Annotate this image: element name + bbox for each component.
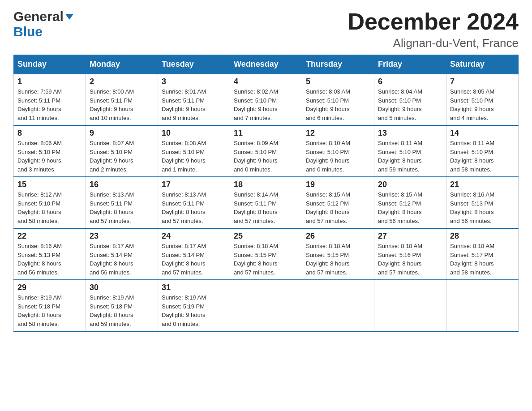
calendar-header-wednesday: Wednesday — [230, 55, 302, 74]
day-number: 20 — [378, 180, 442, 189]
calendar-week-row: 22 Sunrise: 8:16 AMSunset: 5:13 PMDaylig… — [14, 228, 519, 280]
title-area: December 2024 Alignan-du-Vent, France — [348, 9, 519, 50]
day-number: 25 — [234, 231, 298, 241]
day-info: Sunrise: 8:03 AMSunset: 5:10 PMDaylight:… — [306, 87, 370, 122]
day-number: 29 — [17, 283, 82, 292]
calendar-cell: 19 Sunrise: 8:15 AMSunset: 5:12 PMDaylig… — [302, 177, 374, 228]
calendar-cell: 14 Sunrise: 8:11 AMSunset: 5:10 PMDaylig… — [446, 125, 519, 177]
day-info: Sunrise: 8:07 AMSunset: 5:10 PMDaylight:… — [90, 139, 154, 174]
calendar-cell: 24 Sunrise: 8:17 AMSunset: 5:14 PMDaylig… — [158, 228, 230, 280]
calendar-cell — [230, 280, 302, 331]
day-number: 17 — [162, 180, 226, 189]
page-header: General Blue December 2024 Alignan-du-Ve… — [13, 9, 519, 50]
calendar-cell — [374, 280, 446, 331]
calendar-cell: 28 Sunrise: 8:18 AMSunset: 5:17 PMDaylig… — [446, 228, 519, 280]
calendar-cell — [446, 280, 519, 331]
calendar-cell: 12 Sunrise: 8:10 AMSunset: 5:10 PMDaylig… — [302, 125, 374, 177]
calendar-week-row: 8 Sunrise: 8:06 AMSunset: 5:10 PMDayligh… — [14, 125, 519, 177]
calendar-cell: 21 Sunrise: 8:16 AMSunset: 5:13 PMDaylig… — [446, 177, 519, 228]
day-info: Sunrise: 8:12 AMSunset: 5:10 PMDaylight:… — [17, 190, 82, 225]
day-info: Sunrise: 8:06 AMSunset: 5:10 PMDaylight:… — [17, 139, 82, 174]
day-info: Sunrise: 8:00 AMSunset: 5:11 PMDaylight:… — [90, 87, 154, 122]
day-info: Sunrise: 8:01 AMSunset: 5:11 PMDaylight:… — [162, 87, 226, 122]
calendar-header-tuesday: Tuesday — [158, 55, 230, 74]
day-info: Sunrise: 8:18 AMSunset: 5:15 PMDaylight:… — [306, 242, 370, 277]
day-info: Sunrise: 8:02 AMSunset: 5:10 PMDaylight:… — [234, 87, 298, 122]
day-info: Sunrise: 8:11 AMSunset: 5:10 PMDaylight:… — [450, 139, 515, 174]
calendar-cell: 3 Sunrise: 8:01 AMSunset: 5:11 PMDayligh… — [158, 74, 230, 125]
calendar-cell: 5 Sunrise: 8:03 AMSunset: 5:10 PMDayligh… — [302, 74, 374, 125]
calendar-cell: 31 Sunrise: 8:19 AMSunset: 5:19 PMDaylig… — [158, 280, 230, 331]
day-number: 22 — [17, 231, 82, 241]
calendar-cell: 11 Sunrise: 8:09 AMSunset: 5:10 PMDaylig… — [230, 125, 302, 177]
calendar-cell: 22 Sunrise: 8:16 AMSunset: 5:13 PMDaylig… — [14, 228, 86, 280]
logo-blue-text: Blue — [13, 24, 43, 39]
day-number: 7 — [450, 77, 515, 86]
day-info: Sunrise: 8:17 AMSunset: 5:14 PMDaylight:… — [162, 242, 226, 277]
calendar-cell: 15 Sunrise: 8:12 AMSunset: 5:10 PMDaylig… — [14, 177, 86, 228]
day-number: 5 — [306, 77, 370, 86]
location-title: Alignan-du-Vent, France — [348, 36, 519, 50]
calendar-cell: 25 Sunrise: 8:18 AMSunset: 5:15 PMDaylig… — [230, 228, 302, 280]
day-number: 27 — [378, 231, 442, 241]
calendar-cell: 8 Sunrise: 8:06 AMSunset: 5:10 PMDayligh… — [14, 125, 86, 177]
logo-general-text: General — [13, 9, 64, 24]
day-info: Sunrise: 8:11 AMSunset: 5:10 PMDaylight:… — [378, 139, 442, 174]
day-number: 10 — [162, 128, 226, 138]
day-info: Sunrise: 8:13 AMSunset: 5:11 PMDaylight:… — [162, 190, 226, 225]
day-info: Sunrise: 8:16 AMSunset: 5:13 PMDaylight:… — [450, 190, 515, 225]
calendar-cell: 2 Sunrise: 8:00 AMSunset: 5:11 PMDayligh… — [86, 74, 158, 125]
day-info: Sunrise: 8:15 AMSunset: 5:12 PMDaylight:… — [306, 190, 370, 225]
calendar-cell: 1 Sunrise: 7:59 AMSunset: 5:11 PMDayligh… — [14, 74, 86, 125]
day-info: Sunrise: 8:15 AMSunset: 5:12 PMDaylight:… — [378, 190, 442, 225]
calendar-header-saturday: Saturday — [446, 55, 519, 74]
day-number: 19 — [306, 180, 370, 189]
calendar-cell: 9 Sunrise: 8:07 AMSunset: 5:10 PMDayligh… — [86, 125, 158, 177]
calendar-cell: 10 Sunrise: 8:08 AMSunset: 5:10 PMDaylig… — [158, 125, 230, 177]
day-info: Sunrise: 8:04 AMSunset: 5:10 PMDaylight:… — [378, 87, 442, 122]
month-title: December 2024 — [348, 9, 519, 34]
day-info: Sunrise: 8:08 AMSunset: 5:10 PMDaylight:… — [162, 139, 226, 174]
calendar-header-monday: Monday — [86, 55, 158, 74]
day-info: Sunrise: 8:18 AMSunset: 5:17 PMDaylight:… — [450, 242, 515, 277]
calendar-cell: 29 Sunrise: 8:19 AMSunset: 5:18 PMDaylig… — [14, 280, 86, 331]
day-number: 26 — [306, 231, 370, 241]
day-info: Sunrise: 8:19 AMSunset: 5:19 PMDaylight:… — [162, 293, 226, 328]
day-number: 15 — [17, 180, 82, 189]
day-info: Sunrise: 8:10 AMSunset: 5:10 PMDaylight:… — [306, 139, 370, 174]
calendar-header-sunday: Sunday — [14, 55, 86, 74]
day-number: 6 — [378, 77, 442, 86]
calendar-header-thursday: Thursday — [302, 55, 374, 74]
calendar-cell: 18 Sunrise: 8:14 AMSunset: 5:11 PMDaylig… — [230, 177, 302, 228]
calendar-week-row: 1 Sunrise: 7:59 AMSunset: 5:11 PMDayligh… — [14, 74, 519, 125]
logo: General Blue — [13, 9, 73, 39]
calendar-cell: 26 Sunrise: 8:18 AMSunset: 5:15 PMDaylig… — [302, 228, 374, 280]
day-info: Sunrise: 8:09 AMSunset: 5:10 PMDaylight:… — [234, 139, 298, 174]
day-number: 24 — [162, 231, 226, 241]
day-number: 21 — [450, 180, 515, 189]
calendar-cell: 16 Sunrise: 8:13 AMSunset: 5:11 PMDaylig… — [86, 177, 158, 228]
day-number: 8 — [17, 128, 82, 138]
calendar-cell: 23 Sunrise: 8:17 AMSunset: 5:14 PMDaylig… — [86, 228, 158, 280]
day-info: Sunrise: 8:18 AMSunset: 5:16 PMDaylight:… — [378, 242, 442, 277]
calendar-header-row: SundayMondayTuesdayWednesdayThursdayFrid… — [14, 55, 519, 74]
day-number: 31 — [162, 283, 226, 292]
day-number: 18 — [234, 180, 298, 189]
day-info: Sunrise: 8:16 AMSunset: 5:13 PMDaylight:… — [17, 242, 82, 277]
calendar-cell: 6 Sunrise: 8:04 AMSunset: 5:10 PMDayligh… — [374, 74, 446, 125]
day-number: 1 — [17, 77, 82, 86]
day-number: 2 — [90, 77, 154, 86]
logo-arrow-icon — [65, 14, 73, 20]
day-number: 4 — [234, 77, 298, 86]
day-number: 3 — [162, 77, 226, 86]
day-number: 12 — [306, 128, 370, 138]
day-number: 14 — [450, 128, 515, 138]
calendar-cell — [302, 280, 374, 331]
day-info: Sunrise: 8:18 AMSunset: 5:15 PMDaylight:… — [234, 242, 298, 277]
day-info: Sunrise: 8:05 AMSunset: 5:10 PMDaylight:… — [450, 87, 515, 122]
day-number: 9 — [90, 128, 154, 138]
day-number: 16 — [90, 180, 154, 189]
calendar-week-row: 15 Sunrise: 8:12 AMSunset: 5:10 PMDaylig… — [14, 177, 519, 228]
calendar-cell: 20 Sunrise: 8:15 AMSunset: 5:12 PMDaylig… — [374, 177, 446, 228]
day-info: Sunrise: 8:14 AMSunset: 5:11 PMDaylight:… — [234, 190, 298, 225]
